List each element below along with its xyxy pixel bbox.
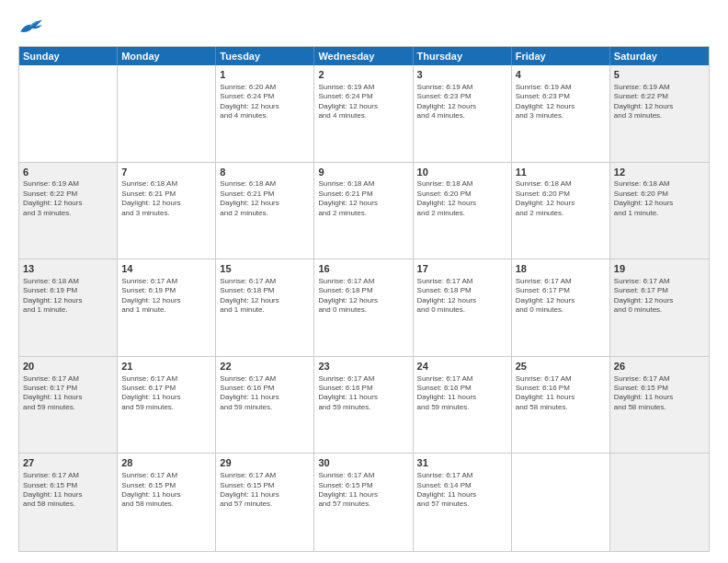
day-number: 18 <box>516 262 606 276</box>
calendar-cell: 26Sunrise: 6:17 AM Sunset: 6:15 PM Dayli… <box>610 357 709 454</box>
day-info: Sunrise: 6:17 AM Sunset: 6:18 PM Dayligh… <box>220 277 310 316</box>
day-info: Sunrise: 6:18 AM Sunset: 6:19 PM Dayligh… <box>23 277 113 316</box>
day-number: 30 <box>318 456 408 470</box>
day-number: 10 <box>417 166 507 179</box>
logo-icon <box>18 17 44 37</box>
day-info: Sunrise: 6:18 AM Sunset: 6:20 PM Dayligh… <box>516 179 606 218</box>
day-info: Sunrise: 6:20 AM Sunset: 6:24 PM Dayligh… <box>220 83 310 121</box>
day-info: Sunrise: 6:17 AM Sunset: 6:17 PM Dayligh… <box>614 277 705 316</box>
calendar-cell: 17Sunrise: 6:17 AM Sunset: 6:18 PM Dayli… <box>414 259 512 356</box>
calendar-cell: 8Sunrise: 6:18 AM Sunset: 6:21 PM Daylig… <box>216 163 314 259</box>
calendar-cell: 28Sunrise: 6:17 AM Sunset: 6:15 PM Dayli… <box>118 454 216 551</box>
day-info: Sunrise: 6:17 AM Sunset: 6:15 PM Dayligh… <box>318 471 408 510</box>
day-info: Sunrise: 6:17 AM Sunset: 6:15 PM Dayligh… <box>614 374 705 413</box>
calendar-cell: 5Sunrise: 6:19 AM Sunset: 6:22 PM Daylig… <box>610 65 709 162</box>
day-info: Sunrise: 6:17 AM Sunset: 6:16 PM Dayligh… <box>220 374 310 413</box>
day-number: 25 <box>516 360 606 373</box>
header-day-thursday: Thursday <box>414 47 512 65</box>
day-info: Sunrise: 6:19 AM Sunset: 6:23 PM Dayligh… <box>516 83 606 121</box>
day-info: Sunrise: 6:17 AM Sunset: 6:16 PM Dayligh… <box>318 374 408 413</box>
day-number: 13 <box>23 262 113 276</box>
header-day-friday: Friday <box>512 47 610 65</box>
calendar-cell: 18Sunrise: 6:17 AM Sunset: 6:17 PM Dayli… <box>512 259 610 356</box>
calendar-cell: 16Sunrise: 6:17 AM Sunset: 6:18 PM Dayli… <box>314 259 413 356</box>
calendar-cell: 23Sunrise: 6:17 AM Sunset: 6:16 PM Dayli… <box>314 357 413 454</box>
day-number: 26 <box>614 360 705 373</box>
day-number: 20 <box>23 360 113 373</box>
header-day-monday: Monday <box>118 47 216 65</box>
day-info: Sunrise: 6:17 AM Sunset: 6:19 PM Dayligh… <box>121 277 211 316</box>
day-number: 9 <box>318 166 408 179</box>
calendar-cell: 11Sunrise: 6:18 AM Sunset: 6:20 PM Dayli… <box>512 163 610 259</box>
calendar-cell <box>19 65 118 162</box>
calendar-cell: 12Sunrise: 6:18 AM Sunset: 6:20 PM Dayli… <box>610 163 709 259</box>
day-info: Sunrise: 6:17 AM Sunset: 6:17 PM Dayligh… <box>516 277 606 316</box>
header-day-tuesday: Tuesday <box>216 47 314 65</box>
day-number: 8 <box>220 166 310 179</box>
calendar-cell: 25Sunrise: 6:17 AM Sunset: 6:16 PM Dayli… <box>512 357 610 454</box>
day-info: Sunrise: 6:19 AM Sunset: 6:22 PM Dayligh… <box>614 83 705 121</box>
calendar-row-3: 13Sunrise: 6:18 AM Sunset: 6:19 PM Dayli… <box>19 259 709 357</box>
day-info: Sunrise: 6:18 AM Sunset: 6:20 PM Dayligh… <box>614 179 705 218</box>
calendar-row-4: 20Sunrise: 6:17 AM Sunset: 6:17 PM Dayli… <box>19 357 709 454</box>
day-number: 21 <box>121 360 211 373</box>
page: SundayMondayTuesdayWednesdayThursdayFrid… <box>0 0 728 563</box>
logo <box>18 17 48 37</box>
day-number: 1 <box>220 68 310 82</box>
day-number: 27 <box>23 456 113 470</box>
day-number: 28 <box>121 456 211 470</box>
day-number: 3 <box>417 68 507 82</box>
header <box>18 17 710 37</box>
day-number: 19 <box>614 262 705 276</box>
day-number: 23 <box>318 360 408 373</box>
day-info: Sunrise: 6:17 AM Sunset: 6:15 PM Dayligh… <box>121 471 211 510</box>
day-info: Sunrise: 6:18 AM Sunset: 6:20 PM Dayligh… <box>417 179 507 218</box>
calendar-cell <box>512 454 610 551</box>
calendar-cell: 15Sunrise: 6:17 AM Sunset: 6:18 PM Dayli… <box>216 259 314 356</box>
day-info: Sunrise: 6:17 AM Sunset: 6:14 PM Dayligh… <box>417 471 507 510</box>
calendar-row-5: 27Sunrise: 6:17 AM Sunset: 6:15 PM Dayli… <box>19 454 709 551</box>
day-info: Sunrise: 6:17 AM Sunset: 6:17 PM Dayligh… <box>23 374 113 413</box>
calendar-cell <box>118 65 216 162</box>
calendar-cell: 4Sunrise: 6:19 AM Sunset: 6:23 PM Daylig… <box>512 65 610 162</box>
day-number: 4 <box>516 68 606 82</box>
calendar-cell: 31Sunrise: 6:17 AM Sunset: 6:14 PM Dayli… <box>414 454 512 551</box>
calendar-cell: 6Sunrise: 6:19 AM Sunset: 6:22 PM Daylig… <box>19 163 118 259</box>
calendar-cell: 14Sunrise: 6:17 AM Sunset: 6:19 PM Dayli… <box>118 259 216 356</box>
calendar-row-2: 6Sunrise: 6:19 AM Sunset: 6:22 PM Daylig… <box>19 163 709 260</box>
day-info: Sunrise: 6:17 AM Sunset: 6:16 PM Dayligh… <box>516 374 606 413</box>
calendar-cell: 21Sunrise: 6:17 AM Sunset: 6:17 PM Dayli… <box>118 357 216 454</box>
day-info: Sunrise: 6:17 AM Sunset: 6:15 PM Dayligh… <box>220 471 310 510</box>
header-day-sunday: Sunday <box>19 47 118 65</box>
calendar-cell: 10Sunrise: 6:18 AM Sunset: 6:20 PM Dayli… <box>414 163 512 259</box>
day-number: 22 <box>220 360 310 373</box>
day-number: 16 <box>318 262 408 276</box>
day-info: Sunrise: 6:18 AM Sunset: 6:21 PM Dayligh… <box>121 179 211 218</box>
day-info: Sunrise: 6:19 AM Sunset: 6:24 PM Dayligh… <box>318 83 408 121</box>
day-number: 5 <box>614 68 705 82</box>
day-number: 15 <box>220 262 310 276</box>
calendar-cell: 3Sunrise: 6:19 AM Sunset: 6:23 PM Daylig… <box>414 65 512 162</box>
calendar-cell: 30Sunrise: 6:17 AM Sunset: 6:15 PM Dayli… <box>314 454 413 551</box>
calendar-cell: 19Sunrise: 6:17 AM Sunset: 6:17 PM Dayli… <box>610 259 709 356</box>
day-info: Sunrise: 6:19 AM Sunset: 6:22 PM Dayligh… <box>23 179 113 218</box>
calendar-cell: 13Sunrise: 6:18 AM Sunset: 6:19 PM Dayli… <box>19 259 118 356</box>
calendar-cell <box>610 454 709 551</box>
header-day-saturday: Saturday <box>610 47 709 65</box>
calendar-cell: 24Sunrise: 6:17 AM Sunset: 6:16 PM Dayli… <box>414 357 512 454</box>
calendar: SundayMondayTuesdayWednesdayThursdayFrid… <box>18 46 710 552</box>
day-number: 29 <box>220 456 310 470</box>
day-info: Sunrise: 6:17 AM Sunset: 6:18 PM Dayligh… <box>417 277 507 316</box>
calendar-header: SundayMondayTuesdayWednesdayThursdayFrid… <box>19 47 709 65</box>
day-info: Sunrise: 6:17 AM Sunset: 6:15 PM Dayligh… <box>23 471 113 510</box>
calendar-cell: 29Sunrise: 6:17 AM Sunset: 6:15 PM Dayli… <box>216 454 314 551</box>
calendar-cell: 20Sunrise: 6:17 AM Sunset: 6:17 PM Dayli… <box>19 357 118 454</box>
calendar-cell: 2Sunrise: 6:19 AM Sunset: 6:24 PM Daylig… <box>314 65 413 162</box>
day-number: 6 <box>23 166 113 179</box>
calendar-row-1: 1Sunrise: 6:20 AM Sunset: 6:24 PM Daylig… <box>19 65 709 163</box>
day-number: 24 <box>417 360 507 373</box>
calendar-body: 1Sunrise: 6:20 AM Sunset: 6:24 PM Daylig… <box>19 65 709 551</box>
header-day-wednesday: Wednesday <box>314 47 413 65</box>
day-info: Sunrise: 6:17 AM Sunset: 6:18 PM Dayligh… <box>318 277 408 316</box>
day-info: Sunrise: 6:17 AM Sunset: 6:17 PM Dayligh… <box>121 374 211 413</box>
